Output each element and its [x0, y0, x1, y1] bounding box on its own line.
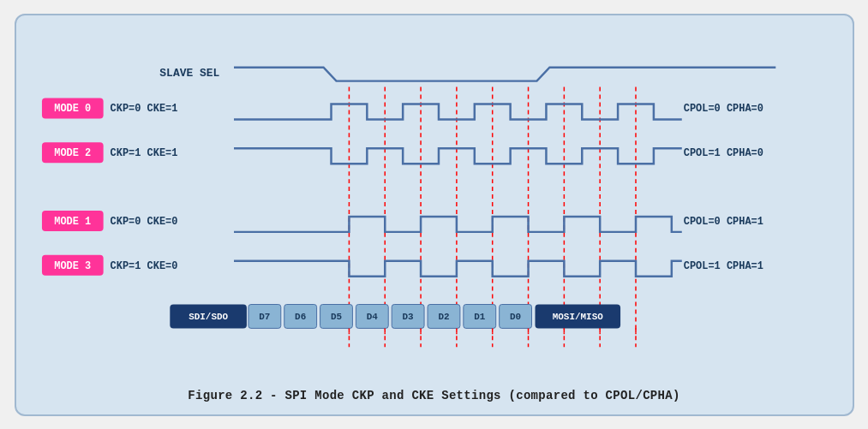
svg-text:CKP=1  CKE=1: CKP=1 CKE=1: [110, 147, 177, 159]
svg-text:D0: D0: [510, 312, 521, 322]
diagram-area: SLAVE SEL MODE 0 CKP=0 CKE=1 CPOL=0 CPHA…: [33, 31, 835, 382]
svg-text:MODE 0: MODE 0: [54, 103, 91, 115]
figure-caption: Figure 2.2 - SPI Mode CKP and CKE Settin…: [33, 389, 835, 402]
svg-text:MODE 1: MODE 1: [54, 215, 91, 227]
main-container: SLAVE SEL MODE 0 CKP=0 CKE=1 CPOL=0 CPHA…: [15, 14, 854, 416]
svg-text:CPOL=1  CPHA=1: CPOL=1 CPHA=1: [683, 259, 763, 271]
svg-text:CPOL=0  CPHA=1: CPOL=0 CPHA=1: [683, 215, 763, 227]
svg-text:CKP=0  CKE=1: CKP=0 CKE=1: [110, 103, 177, 115]
svg-text:D7: D7: [259, 312, 270, 322]
svg-text:SDI/SDO: SDI/SDO: [189, 312, 228, 322]
svg-text:CPOL=0  CPHA=0: CPOL=0 CPHA=0: [683, 103, 763, 115]
svg-text:CKP=1  CKE=0: CKP=1 CKE=0: [110, 259, 177, 271]
svg-text:CKP=0  CKE=0: CKP=0 CKE=0: [110, 215, 177, 227]
svg-text:MOSI/MISO: MOSI/MISO: [552, 312, 603, 322]
svg-text:MODE 3: MODE 3: [54, 259, 91, 271]
svg-text:CPOL=1  CPHA=0: CPOL=1 CPHA=0: [683, 147, 763, 159]
svg-text:D4: D4: [366, 312, 378, 322]
svg-text:MODE 2: MODE 2: [54, 147, 91, 159]
svg-text:D5: D5: [330, 312, 341, 322]
slave-sel-label: SLAVE SEL: [159, 66, 219, 79]
svg-text:D6: D6: [295, 312, 306, 322]
svg-text:D3: D3: [402, 312, 414, 322]
svg-text:D2: D2: [438, 312, 449, 322]
svg-text:D1: D1: [474, 312, 486, 322]
